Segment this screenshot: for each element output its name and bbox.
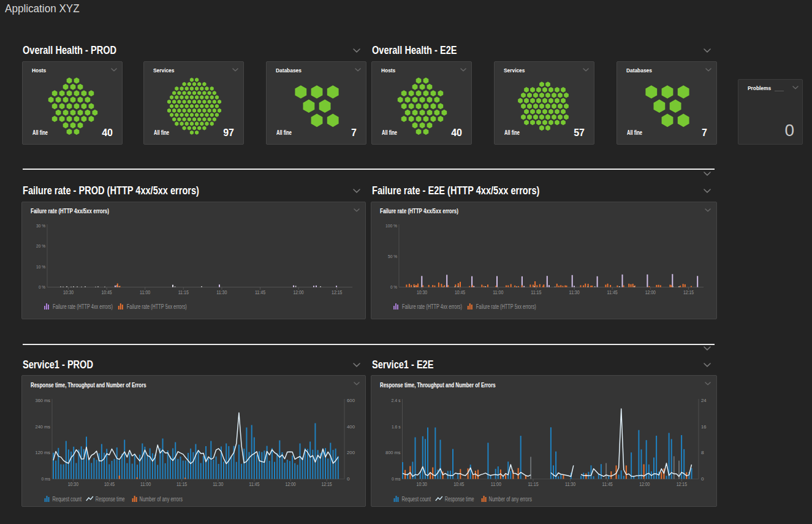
- svg-text:10:45: 10:45: [102, 289, 112, 295]
- svg-text:11:15: 11:15: [528, 481, 538, 487]
- svg-text:12:00: 12:00: [645, 289, 656, 295]
- svg-text:0: 0: [701, 476, 704, 482]
- svg-text:11:15: 11:15: [178, 289, 189, 295]
- svg-text:Failure rate (HTTP 4xx/5xx err: Failure rate (HTTP 4xx/5xx errors): [31, 207, 109, 215]
- svg-text:Response time, Throughput and: Response time, Throughput and Number of …: [380, 381, 496, 389]
- svg-text:10:45: 10:45: [104, 481, 115, 487]
- svg-text:10:30: 10:30: [417, 481, 427, 487]
- svg-text:11:45: 11:45: [607, 289, 618, 295]
- svg-text:Failure rate (HTTP 4xx errors): Failure rate (HTTP 4xx errors): [402, 303, 462, 310]
- svg-text:Response time, Throughput and: Response time, Throughput and Number of …: [31, 381, 146, 389]
- svg-text:Request count: Request count: [53, 496, 82, 503]
- svg-text:Failure rate (HTTP 5xx errors): Failure rate (HTTP 5xx errors): [127, 303, 187, 310]
- svg-text:12:00: 12:00: [294, 289, 304, 295]
- svg-text:Response time: Response time: [96, 496, 125, 503]
- svg-text:0 %: 0 %: [39, 284, 45, 290]
- svg-text:600: 600: [347, 398, 355, 403]
- svg-text:Number of any errors: Number of any errors: [489, 496, 532, 503]
- svg-text:10 %: 10 %: [36, 264, 45, 270]
- svg-text:Failure rate (HTTP 4xx errors): Failure rate (HTTP 4xx errors): [53, 303, 113, 310]
- svg-text:11:30: 11:30: [565, 481, 575, 487]
- svg-text:10:45: 10:45: [453, 481, 464, 487]
- svg-text:12:15: 12:15: [683, 289, 694, 295]
- svg-text:120 ms: 120 ms: [36, 450, 51, 455]
- svg-text:10:30: 10:30: [417, 289, 427, 295]
- svg-text:8: 8: [701, 450, 704, 455]
- svg-text:10:30: 10:30: [68, 481, 78, 487]
- svg-text:0 ms: 0 ms: [392, 476, 401, 482]
- svg-text:24: 24: [701, 398, 707, 403]
- svg-text:360 ms: 360 ms: [36, 398, 51, 403]
- svg-text:0: 0: [347, 476, 350, 482]
- svg-text:2.4 s: 2.4 s: [392, 398, 401, 403]
- svg-text:11:00: 11:00: [491, 481, 501, 487]
- svg-text:Response time: Response time: [445, 496, 474, 503]
- svg-text:Failure rate (HTTP 5xx errors): Failure rate (HTTP 5xx errors): [476, 303, 536, 310]
- svg-text:11:30: 11:30: [216, 289, 227, 295]
- svg-text:10:30: 10:30: [63, 289, 74, 295]
- svg-text:10:45: 10:45: [455, 289, 465, 295]
- svg-text:11:45: 11:45: [249, 481, 259, 487]
- svg-text:400: 400: [347, 424, 355, 430]
- svg-text:11:15: 11:15: [176, 481, 187, 487]
- svg-text:11:00: 11:00: [493, 289, 503, 295]
- svg-text:11:30: 11:30: [213, 481, 223, 487]
- svg-text:12:00: 12:00: [639, 481, 650, 487]
- svg-text:Number of any errors: Number of any errors: [140, 496, 183, 503]
- svg-text:11:00: 11:00: [140, 481, 151, 487]
- svg-text:240 ms: 240 ms: [36, 424, 51, 430]
- svg-text:12:15: 12:15: [677, 481, 687, 487]
- svg-text:20 %: 20 %: [36, 243, 45, 249]
- svg-text:30 %: 30 %: [36, 223, 45, 229]
- svg-text:50 %: 50 %: [388, 254, 397, 259]
- svg-text:0 %: 0 %: [390, 284, 397, 290]
- svg-text:1.6 s: 1.6 s: [392, 424, 401, 430]
- svg-text:12:15: 12:15: [322, 481, 332, 487]
- svg-text:12:15: 12:15: [332, 289, 342, 295]
- svg-text:11:30: 11:30: [569, 289, 580, 295]
- svg-text:800 ms: 800 ms: [385, 450, 401, 455]
- svg-text:11:15: 11:15: [531, 289, 541, 295]
- svg-text:0 ms: 0 ms: [42, 476, 51, 482]
- svg-text:16: 16: [701, 424, 707, 430]
- svg-text:100 %: 100 %: [385, 223, 397, 229]
- svg-text:11:00: 11:00: [140, 289, 150, 295]
- svg-text:11:45: 11:45: [602, 481, 613, 487]
- svg-text:11:45: 11:45: [255, 289, 265, 295]
- svg-text:Failure rate (HTTP 4xx/5xx err: Failure rate (HTTP 4xx/5xx errors): [380, 207, 458, 215]
- svg-text:Request count: Request count: [402, 496, 431, 503]
- svg-text:12:00: 12:00: [285, 481, 295, 487]
- svg-text:200: 200: [347, 450, 355, 455]
